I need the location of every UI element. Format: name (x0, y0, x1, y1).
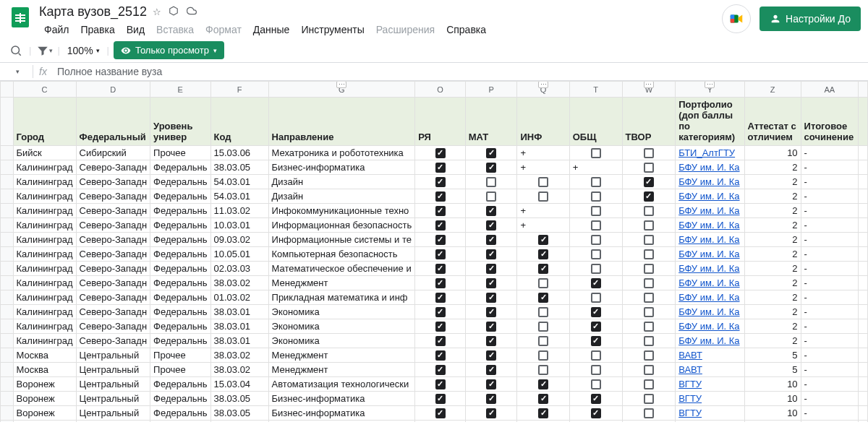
checkbox[interactable] (486, 148, 496, 158)
cell[interactable] (465, 218, 517, 233)
cell[interactable]: Федеральнь (150, 175, 210, 189)
checkbox[interactable] (591, 336, 601, 346)
checkbox[interactable] (644, 394, 654, 404)
cell[interactable] (859, 290, 868, 305)
cell[interactable]: Северо-Западн (76, 262, 150, 276)
col-header[interactable]: P (465, 82, 517, 98)
cell[interactable]: - (801, 290, 858, 305)
cell[interactable]: 38.03.05 (210, 160, 268, 175)
checkbox[interactable] (486, 249, 496, 259)
checkbox[interactable] (644, 148, 654, 158)
cell[interactable] (569, 392, 622, 406)
cell[interactable]: 38.03.01 (210, 305, 268, 319)
cell[interactable]: БФУ им. И. Ка (676, 290, 744, 305)
checkbox[interactable] (644, 336, 654, 346)
portfolio-link[interactable]: ВГТУ (678, 379, 702, 389)
cell[interactable]: 2 (744, 305, 801, 319)
portfolio-link[interactable]: ВГТУ (678, 408, 702, 418)
cell[interactable]: 2 (744, 204, 801, 218)
cell[interactable]: Калининград (13, 319, 76, 334)
checkbox[interactable] (538, 379, 548, 389)
cell[interactable] (465, 290, 517, 305)
col-header[interactable]: D (76, 82, 150, 98)
cell[interactable]: Северо-Западн (76, 189, 150, 204)
cell[interactable]: 10.05.01 (210, 247, 268, 262)
cell[interactable]: Северо-Западн (76, 319, 150, 334)
sheets-logo[interactable] (7, 4, 33, 30)
cell[interactable]: 10.03.01 (210, 218, 268, 233)
menu-инструменты[interactable]: Инструменты (296, 21, 369, 38)
header-cell[interactable]: ОБЩ (569, 98, 622, 146)
cell[interactable] (465, 146, 517, 160)
cell[interactable] (859, 363, 868, 377)
cell[interactable] (859, 262, 868, 276)
cell[interactable] (465, 160, 517, 175)
checkbox[interactable] (486, 220, 496, 231)
cell[interactable]: 2 (744, 233, 801, 247)
checkbox[interactable] (435, 249, 446, 259)
cell[interactable] (859, 421, 868, 423)
cell[interactable]: 5 (744, 363, 801, 377)
cell[interactable]: - (801, 262, 858, 276)
cell[interactable]: Федеральнь (150, 233, 210, 247)
cell[interactable] (517, 319, 569, 334)
cell[interactable]: Федеральнь (150, 319, 210, 334)
cell[interactable]: Калининград (13, 305, 76, 319)
checkbox[interactable] (435, 264, 446, 274)
cell[interactable] (415, 421, 466, 423)
cell[interactable]: Центральный (76, 392, 150, 406)
cell[interactable]: - (801, 218, 858, 233)
cell[interactable] (622, 262, 676, 276)
cell[interactable] (622, 276, 676, 290)
cell[interactable]: Федеральнь (150, 189, 210, 204)
portfolio-link[interactable]: БФУ им. И. Ка (678, 205, 739, 216)
cell[interactable] (569, 334, 622, 348)
cell[interactable]: Федеральнь (150, 406, 210, 421)
cell[interactable]: Федеральнь (150, 218, 210, 233)
cell[interactable] (569, 276, 622, 290)
checkbox[interactable] (486, 394, 496, 404)
cell[interactable]: - (801, 319, 858, 334)
cell[interactable]: 2 (744, 218, 801, 233)
cell[interactable]: Менеджмент (268, 363, 415, 377)
checkbox[interactable] (486, 408, 496, 418)
cell[interactable]: Федеральнь (150, 421, 210, 423)
checkbox[interactable] (591, 148, 601, 158)
cell[interactable]: Федеральнь (150, 305, 210, 319)
checkbox[interactable] (486, 264, 496, 274)
cell[interactable] (517, 406, 569, 421)
sheet-area[interactable]: CDEFG⋯OPQ⋯TW⋯Y⋯ZAAГородФедеральныйУровен… (0, 81, 868, 422)
share-button[interactable]: Настройки До (760, 7, 861, 31)
checkbox[interactable] (538, 249, 548, 259)
cell[interactable]: - (801, 392, 858, 406)
cell[interactable]: Северо-Западн (76, 276, 150, 290)
cell[interactable]: 2 (744, 334, 801, 348)
col-header[interactable]: Q⋯ (517, 82, 569, 98)
col-header[interactable]: T (569, 82, 622, 98)
expand-columns-icon[interactable]: ⋯ (538, 82, 548, 89)
checkbox[interactable] (486, 177, 496, 187)
cell[interactable]: Экономика (268, 334, 415, 348)
cell[interactable]: Бийск (13, 146, 76, 160)
cell[interactable]: ВГТУ (676, 392, 744, 406)
cell[interactable]: Калининград (13, 204, 76, 218)
cell[interactable] (465, 334, 517, 348)
cell[interactable] (569, 348, 622, 363)
portfolio-link[interactable]: БФУ им. И. Ка (678, 191, 739, 202)
cell[interactable] (517, 276, 569, 290)
cell[interactable] (622, 319, 676, 334)
checkbox[interactable] (435, 336, 446, 346)
cell[interactable]: 10 (744, 406, 801, 421)
header-cell[interactable]: Аттестат с отличием (744, 98, 801, 146)
cell[interactable] (569, 290, 622, 305)
portfolio-link[interactable]: ВГТУ (678, 393, 702, 404)
cell[interactable] (415, 233, 466, 247)
cell[interactable] (569, 175, 622, 189)
cell[interactable]: - (801, 305, 858, 319)
checkbox[interactable] (435, 322, 446, 332)
cell[interactable] (465, 406, 517, 421)
cell[interactable]: 38.03.05 (210, 406, 268, 421)
cell[interactable]: 38.03.01 (210, 334, 268, 348)
cell[interactable] (465, 262, 517, 276)
checkbox[interactable] (538, 336, 548, 346)
